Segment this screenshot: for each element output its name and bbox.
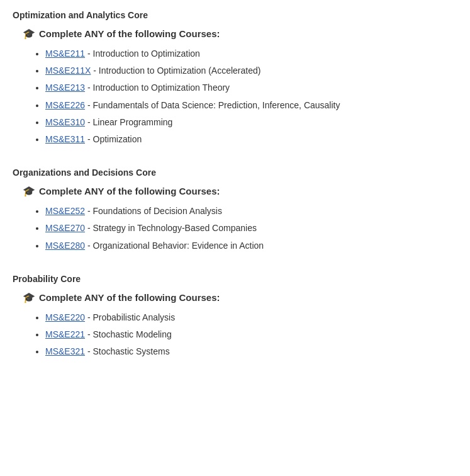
mortarboard-icon: 🎓 [23, 28, 35, 40]
course-description: - Foundations of Decision Analysis [85, 206, 222, 216]
list-item: MS&E211 - Introduction to Optimization [45, 46, 457, 62]
course-link[interactable]: MS&E221 [45, 329, 85, 339]
course-description: - Organizational Behavior: Evidence in A… [85, 241, 264, 251]
list-item: MS&E321 - Stochastic Systems [45, 344, 457, 360]
list-item: MS&E213 - Introduction to Optimization T… [45, 80, 457, 96]
subsection: 🎓Complete ANY of the following Courses:M… [23, 185, 457, 254]
list-item: MS&E270 - Strategy in Technology-Based C… [45, 220, 457, 236]
list-item: MS&E221 - Stochastic Modeling [45, 327, 457, 343]
course-link[interactable]: MS&E211X [45, 65, 91, 76]
list-item: MS&E220 - Probabilistic Analysis [45, 310, 457, 326]
section-title: Probability Core [13, 274, 457, 284]
list-item: MS&E310 - Linear Programming [45, 115, 457, 130]
course-description: - Strategy in Technology-Based Companies [85, 223, 257, 233]
list-item: MS&E311 - Optimization [45, 132, 457, 147]
page-content: Optimization and Analytics Core🎓Complete… [13, 10, 457, 360]
course-list: MS&E220 - Probabilistic AnalysisMS&E221 … [45, 310, 457, 360]
course-link[interactable]: MS&E280 [45, 241, 85, 251]
course-link[interactable]: MS&E226 [45, 100, 85, 110]
complete-any-header: 🎓Complete ANY of the following Courses: [23, 185, 457, 197]
course-link[interactable]: MS&E321 [45, 346, 85, 356]
course-description: - Introduction to Optimization Theory [85, 82, 230, 93]
course-description: - Optimization [85, 134, 142, 144]
course-description: - Introduction to Optimization [85, 48, 200, 59]
course-link[interactable]: MS&E213 [45, 82, 85, 93]
course-list: MS&E252 - Foundations of Decision Analys… [45, 203, 457, 254]
mortarboard-icon: 🎓 [23, 292, 35, 303]
course-description: - Linear Programming [85, 117, 172, 127]
course-description: - Stochastic Systems [85, 346, 170, 356]
complete-any-header: 🎓Complete ANY of the following Courses: [23, 28, 457, 40]
course-description: - Stochastic Modeling [85, 329, 172, 339]
list-item: MS&E226 - Fundamentals of Data Science: … [45, 98, 457, 113]
complete-any-label: Complete ANY of the following Courses: [39, 292, 220, 303]
mortarboard-icon: 🎓 [23, 185, 35, 197]
complete-any-label: Complete ANY of the following Courses: [39, 28, 220, 39]
complete-any-label: Complete ANY of the following Courses: [39, 186, 220, 196]
section-title: Organizations and Decisions Core [13, 167, 457, 178]
course-link[interactable]: MS&E252 [45, 206, 85, 216]
complete-any-header: 🎓Complete ANY of the following Courses: [23, 292, 457, 303]
subsection: 🎓Complete ANY of the following Courses:M… [23, 28, 457, 147]
list-item: MS&E252 - Foundations of Decision Analys… [45, 203, 457, 219]
course-description: - Introduction to Optimization (Accelera… [91, 65, 260, 76]
course-link[interactable]: MS&E220 [45, 312, 85, 322]
section-title: Optimization and Analytics Core [13, 10, 457, 20]
list-item: MS&E211X - Introduction to Optimization … [45, 63, 457, 79]
course-description: - Fundamentals of Data Science: Predicti… [85, 100, 340, 110]
course-link[interactable]: MS&E270 [45, 223, 85, 233]
course-link[interactable]: MS&E211 [45, 48, 85, 59]
course-list: MS&E211 - Introduction to OptimizationMS… [45, 46, 457, 147]
section-probability: Probability Core🎓Complete ANY of the fol… [13, 274, 457, 360]
course-link[interactable]: MS&E310 [45, 117, 85, 127]
list-item: MS&E280 - Organizational Behavior: Evide… [45, 238, 457, 254]
course-description: - Probabilistic Analysis [85, 312, 175, 322]
subsection: 🎓Complete ANY of the following Courses:M… [23, 292, 457, 360]
section-optimization: Optimization and Analytics Core🎓Complete… [13, 10, 457, 147]
section-organizations: Organizations and Decisions Core🎓Complet… [13, 167, 457, 254]
course-link[interactable]: MS&E311 [45, 134, 85, 144]
